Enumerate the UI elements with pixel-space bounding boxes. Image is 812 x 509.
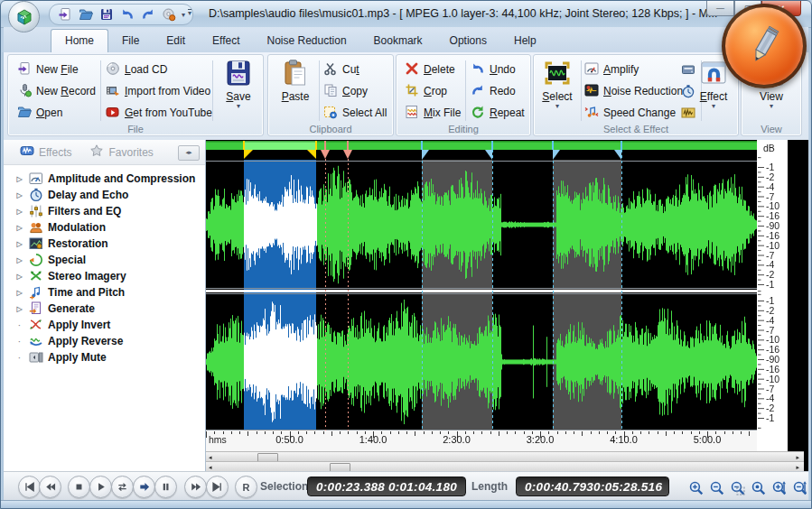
ribbon-button-mix-file[interactable]: Mix File bbox=[405, 104, 461, 122]
tab-help[interactable]: Help bbox=[500, 30, 550, 52]
ribbon-button-import-from-video[interactable]: Import from Video bbox=[106, 82, 210, 100]
tree-item-apply-invert[interactable]: ·Apply Invert bbox=[4, 317, 205, 333]
tree-item-generate[interactable]: ▷Generate bbox=[4, 301, 205, 317]
ribbon-button-speed-change[interactable]: Speed Change bbox=[584, 104, 676, 122]
selection-end-value: 0:01:04.180 bbox=[388, 480, 457, 494]
zoom-out-button[interactable] bbox=[707, 478, 725, 496]
tab-noise-reduction[interactable]: Noise Reduction bbox=[254, 30, 360, 52]
skip-forward-button[interactable] bbox=[133, 476, 155, 498]
record-button[interactable]: R bbox=[235, 476, 257, 498]
pause-button[interactable] bbox=[154, 476, 177, 498]
amplify-icon bbox=[584, 61, 599, 79]
ribbon-button-get-from-youtube[interactable]: Get from YouTube bbox=[106, 104, 212, 122]
sidebar-tab-effects[interactable]: Effects bbox=[14, 142, 77, 162]
tree-item-modulation[interactable]: ▷Modulation bbox=[4, 219, 205, 236]
ribbon-button-crop[interactable]: Crop bbox=[405, 82, 447, 100]
ribbon-button-repeat[interactable]: Repeat bbox=[471, 104, 525, 122]
ribbon-button-load-cd[interactable]: Load CD bbox=[106, 60, 167, 79]
expand-arrow-icon[interactable]: ▷ bbox=[14, 256, 24, 264]
tab-bookmark[interactable]: Bookmark bbox=[360, 30, 436, 52]
ribbon-button-save[interactable]: Save▾ bbox=[217, 59, 260, 109]
tab-edit[interactable]: Edit bbox=[153, 30, 199, 52]
dropdown-caret-icon: ▾ bbox=[750, 103, 793, 109]
zoom-selection-button[interactable] bbox=[728, 478, 746, 496]
app-cube-icon bbox=[14, 7, 34, 27]
undo-button[interactable] bbox=[119, 7, 135, 23]
tree-item-amplitude-and-compression[interactable]: ▷Amplitude and Compression bbox=[4, 171, 205, 187]
go-to-end-button[interactable] bbox=[206, 476, 229, 498]
timeline-ruler[interactable] bbox=[206, 430, 757, 451]
expand-arrow-icon[interactable]: ▷ bbox=[14, 273, 24, 281]
burn-button[interactable] bbox=[161, 7, 176, 23]
selection-region[interactable] bbox=[244, 161, 316, 430]
qat-overflow-button[interactable]: ▾ bbox=[188, 9, 191, 17]
marked-region-1[interactable] bbox=[422, 161, 492, 430]
tree-leaf-dot: · bbox=[14, 338, 24, 346]
ribbon-button-delete[interactable]: Delete bbox=[405, 60, 455, 79]
tree-item-filters-and-eq[interactable]: ▷Filters and EQ bbox=[4, 203, 205, 219]
new-file-button[interactable] bbox=[57, 7, 72, 23]
loop-button[interactable] bbox=[111, 476, 134, 498]
expand-arrow-icon[interactable]: ▷ bbox=[14, 289, 24, 297]
tree-item-delay-and-echo[interactable]: ▷Delay and Echo bbox=[4, 187, 205, 203]
tree-item-special[interactable]: ▷Special bbox=[4, 252, 205, 268]
fast-forward-button[interactable] bbox=[184, 476, 207, 498]
expand-arrow-icon[interactable]: ▷ bbox=[14, 305, 24, 313]
ribbon-button-copy[interactable]: Copy bbox=[323, 82, 368, 100]
tree-item-stereo-imagery[interactable]: ▷Stereo Imagery bbox=[4, 268, 205, 284]
open-button[interactable] bbox=[78, 7, 93, 23]
tab-home[interactable]: Home bbox=[51, 29, 108, 52]
sidebar-pager-button[interactable]: ◂▸ bbox=[178, 145, 200, 161]
ribbon-button-paste[interactable]: Paste bbox=[274, 59, 317, 103]
zoom-vertical-out-button[interactable] bbox=[790, 478, 808, 496]
overview-bar[interactable] bbox=[206, 141, 757, 150]
sidebar-tab-favorites[interactable]: Favorites bbox=[84, 142, 158, 162]
burn-dropdown[interactable]: ▾ bbox=[182, 12, 185, 18]
skip-back-button[interactable] bbox=[39, 476, 61, 498]
scrollbar-top[interactable]: ◂ ▸ bbox=[206, 451, 804, 461]
marked-region-2[interactable] bbox=[553, 161, 621, 430]
ribbon-button-open[interactable]: Open bbox=[17, 104, 62, 122]
tree-item-time-and-pitch[interactable]: ▷Time and Pitch bbox=[4, 284, 205, 301]
db-tick-label: -1 bbox=[766, 412, 774, 423]
zoom-all-button[interactable] bbox=[749, 478, 767, 496]
expand-arrow-icon[interactable]: ▷ bbox=[14, 191, 24, 199]
expand-arrow-icon[interactable]: ▷ bbox=[14, 224, 24, 232]
tab-options[interactable]: Options bbox=[436, 30, 500, 52]
save-button[interactable] bbox=[98, 7, 114, 23]
tab-effect[interactable]: Effect bbox=[199, 30, 253, 52]
ribbon-button-noise-reduction[interactable]: Noise Reduction bbox=[584, 82, 683, 100]
tree-item-restoration[interactable]: ▷Restoration bbox=[4, 236, 205, 252]
redo-button[interactable] bbox=[140, 7, 155, 23]
copy-icon bbox=[323, 83, 338, 100]
expand-arrow-icon[interactable]: ▷ bbox=[14, 175, 24, 183]
ribbon-button-select-all[interactable]: Select All bbox=[323, 104, 387, 122]
zoom-in-button[interactable] bbox=[686, 478, 705, 496]
play-button[interactable] bbox=[89, 476, 112, 498]
scroll-right-arrow[interactable]: ▸ bbox=[796, 463, 799, 471]
ribbon-button-redo[interactable]: Redo bbox=[471, 82, 516, 100]
ribbon-button-undo[interactable]: Undo bbox=[471, 60, 516, 79]
ribbon-button-cut[interactable]: Cut bbox=[323, 60, 359, 79]
expand-arrow-icon[interactable]: ▷ bbox=[14, 208, 24, 216]
expand-arrow-icon[interactable]: ▷ bbox=[14, 240, 24, 248]
scrollbar-bottom[interactable]: ◂ ▸ bbox=[206, 461, 804, 471]
ribbon-button-select[interactable]: Select▾ bbox=[536, 59, 579, 109]
ribbon: New FileNew RecordOpenLoad CDImport from… bbox=[4, 52, 808, 141]
ribbon-button-new-file[interactable]: New File bbox=[17, 60, 79, 79]
tab-file[interactable]: File bbox=[108, 30, 153, 52]
save-icon bbox=[217, 59, 260, 90]
go-to-start-button[interactable] bbox=[18, 476, 41, 498]
stop-button[interactable] bbox=[68, 476, 90, 498]
ribbon-button-amplify[interactable]: Amplify bbox=[584, 60, 639, 79]
scroll-left-arrow[interactable]: ◂ bbox=[209, 463, 212, 471]
tree-item-apply-mute[interactable]: ·Apply Mute bbox=[4, 349, 205, 366]
minimize-button[interactable]: — bbox=[706, 1, 734, 16]
tree-item-apply-reverse[interactable]: ·Apply Reverse bbox=[4, 333, 205, 349]
app-logo-button[interactable] bbox=[8, 1, 40, 32]
scroll-left-arrow[interactable]: ◂ bbox=[209, 453, 212, 461]
scroll-right-arrow[interactable]: ▸ bbox=[796, 453, 799, 461]
edit-badge[interactable] bbox=[722, 4, 807, 88]
zoom-vertical-in-button[interactable] bbox=[770, 478, 788, 496]
ribbon-button-new-record[interactable]: New Record bbox=[17, 82, 96, 100]
